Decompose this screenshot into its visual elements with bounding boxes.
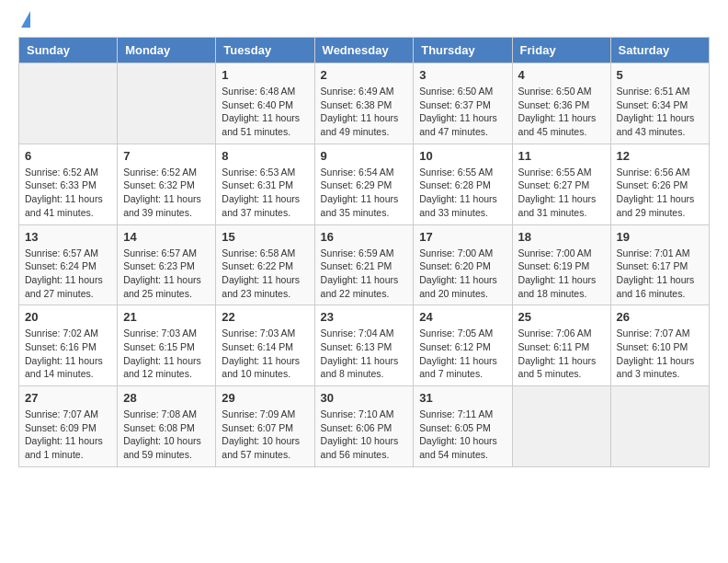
day-number: 13 <box>25 230 111 244</box>
day-info: Sunrise: 7:07 AM Sunset: 6:10 PM Dayligh… <box>617 327 703 381</box>
day-number: 16 <box>321 230 408 244</box>
day-number: 7 <box>123 149 210 163</box>
calendar-cell: 19Sunrise: 7:01 AM Sunset: 6:17 PM Dayli… <box>610 224 709 305</box>
calendar-cell: 27Sunrise: 7:07 AM Sunset: 6:09 PM Dayli… <box>19 386 118 467</box>
calendar-cell: 20Sunrise: 7:02 AM Sunset: 6:16 PM Dayli… <box>19 305 118 386</box>
day-info: Sunrise: 6:55 AM Sunset: 6:28 PM Dayligh… <box>419 166 506 220</box>
day-info: Sunrise: 6:51 AM Sunset: 6:34 PM Dayligh… <box>617 85 703 139</box>
day-info: Sunrise: 6:48 AM Sunset: 6:40 PM Dayligh… <box>222 85 308 139</box>
day-number: 18 <box>518 230 605 244</box>
day-number: 4 <box>518 68 605 82</box>
day-number: 21 <box>123 310 210 324</box>
page-header <box>18 18 710 28</box>
calendar-cell <box>610 386 709 467</box>
day-info: Sunrise: 6:53 AM Sunset: 6:31 PM Dayligh… <box>222 166 308 220</box>
day-info: Sunrise: 6:57 AM Sunset: 6:24 PM Dayligh… <box>25 247 111 301</box>
day-info: Sunrise: 6:54 AM Sunset: 6:29 PM Dayligh… <box>321 166 408 220</box>
day-info: Sunrise: 7:06 AM Sunset: 6:11 PM Dayligh… <box>518 327 605 381</box>
day-number: 1 <box>222 68 308 82</box>
day-number: 22 <box>222 310 308 324</box>
calendar-cell: 7Sunrise: 6:52 AM Sunset: 6:32 PM Daylig… <box>118 144 216 224</box>
day-number: 31 <box>419 391 506 405</box>
calendar-cell: 5Sunrise: 6:51 AM Sunset: 6:34 PM Daylig… <box>610 63 709 144</box>
calendar-cell: 24Sunrise: 7:05 AM Sunset: 6:12 PM Dayli… <box>414 305 512 386</box>
calendar-weekday-wednesday: Wednesday <box>314 38 414 63</box>
calendar-weekday-monday: Monday <box>118 38 216 63</box>
day-number: 17 <box>419 230 506 244</box>
calendar-weekday-saturday: Saturday <box>610 38 709 63</box>
day-number: 14 <box>123 230 210 244</box>
calendar-cell: 14Sunrise: 6:57 AM Sunset: 6:23 PM Dayli… <box>118 224 216 305</box>
day-number: 12 <box>617 149 703 163</box>
day-number: 29 <box>222 391 308 405</box>
day-number: 28 <box>123 391 210 405</box>
calendar-week-row: 13Sunrise: 6:57 AM Sunset: 6:24 PM Dayli… <box>19 224 710 305</box>
day-info: Sunrise: 6:52 AM Sunset: 6:33 PM Dayligh… <box>25 166 111 220</box>
day-info: Sunrise: 7:01 AM Sunset: 6:17 PM Dayligh… <box>617 247 703 301</box>
day-number: 25 <box>518 310 605 324</box>
calendar-weekday-sunday: Sunday <box>19 38 118 63</box>
calendar-week-row: 20Sunrise: 7:02 AM Sunset: 6:16 PM Dayli… <box>19 305 710 386</box>
day-info: Sunrise: 6:50 AM Sunset: 6:37 PM Dayligh… <box>419 85 506 139</box>
day-info: Sunrise: 7:00 AM Sunset: 6:20 PM Dayligh… <box>419 247 506 301</box>
day-info: Sunrise: 6:52 AM Sunset: 6:32 PM Dayligh… <box>123 166 210 220</box>
day-number: 5 <box>617 68 703 82</box>
day-number: 23 <box>321 310 408 324</box>
day-info: Sunrise: 6:57 AM Sunset: 6:23 PM Dayligh… <box>123 247 210 301</box>
day-info: Sunrise: 7:03 AM Sunset: 6:15 PM Dayligh… <box>123 327 210 381</box>
calendar-cell: 11Sunrise: 6:55 AM Sunset: 6:27 PM Dayli… <box>512 144 610 224</box>
calendar-cell: 8Sunrise: 6:53 AM Sunset: 6:31 PM Daylig… <box>216 144 314 224</box>
calendar-cell: 25Sunrise: 7:06 AM Sunset: 6:11 PM Dayli… <box>512 305 610 386</box>
calendar-cell: 4Sunrise: 6:50 AM Sunset: 6:36 PM Daylig… <box>512 63 610 144</box>
calendar-cell: 30Sunrise: 7:10 AM Sunset: 6:06 PM Dayli… <box>314 386 414 467</box>
calendar-weekday-tuesday: Tuesday <box>216 38 314 63</box>
calendar-cell <box>118 63 216 144</box>
day-number: 20 <box>25 310 111 324</box>
calendar-cell: 21Sunrise: 7:03 AM Sunset: 6:15 PM Dayli… <box>118 305 216 386</box>
day-info: Sunrise: 7:03 AM Sunset: 6:14 PM Dayligh… <box>222 327 308 381</box>
day-number: 10 <box>419 149 506 163</box>
calendar-cell: 22Sunrise: 7:03 AM Sunset: 6:14 PM Dayli… <box>216 305 314 386</box>
day-info: Sunrise: 7:08 AM Sunset: 6:08 PM Dayligh… <box>123 408 210 462</box>
day-info: Sunrise: 7:10 AM Sunset: 6:06 PM Dayligh… <box>321 408 408 462</box>
day-number: 30 <box>321 391 408 405</box>
day-number: 24 <box>419 310 506 324</box>
day-info: Sunrise: 7:04 AM Sunset: 6:13 PM Dayligh… <box>321 327 408 381</box>
day-number: 8 <box>222 149 308 163</box>
calendar-cell: 18Sunrise: 7:00 AM Sunset: 6:19 PM Dayli… <box>512 224 610 305</box>
day-info: Sunrise: 7:09 AM Sunset: 6:07 PM Dayligh… <box>222 408 308 462</box>
day-info: Sunrise: 7:02 AM Sunset: 6:16 PM Dayligh… <box>25 327 111 381</box>
logo <box>18 18 30 28</box>
calendar-cell: 12Sunrise: 6:56 AM Sunset: 6:26 PM Dayli… <box>610 144 709 224</box>
calendar-cell <box>19 63 118 144</box>
calendar-cell: 26Sunrise: 7:07 AM Sunset: 6:10 PM Dayli… <box>610 305 709 386</box>
day-number: 9 <box>321 149 408 163</box>
calendar-cell: 16Sunrise: 6:59 AM Sunset: 6:21 PM Dayli… <box>314 224 414 305</box>
day-info: Sunrise: 7:11 AM Sunset: 6:05 PM Dayligh… <box>419 408 506 462</box>
calendar-cell <box>512 386 610 467</box>
day-info: Sunrise: 6:50 AM Sunset: 6:36 PM Dayligh… <box>518 85 605 139</box>
day-number: 2 <box>321 68 408 82</box>
calendar-cell: 15Sunrise: 6:58 AM Sunset: 6:22 PM Dayli… <box>216 224 314 305</box>
calendar-cell: 23Sunrise: 7:04 AM Sunset: 6:13 PM Dayli… <box>314 305 414 386</box>
day-info: Sunrise: 6:49 AM Sunset: 6:38 PM Dayligh… <box>321 85 408 139</box>
calendar-cell: 2Sunrise: 6:49 AM Sunset: 6:38 PM Daylig… <box>314 63 414 144</box>
calendar-week-row: 27Sunrise: 7:07 AM Sunset: 6:09 PM Dayli… <box>19 386 710 467</box>
calendar-header-row: SundayMondayTuesdayWednesdayThursdayFrid… <box>19 38 710 63</box>
calendar-cell: 3Sunrise: 6:50 AM Sunset: 6:37 PM Daylig… <box>414 63 512 144</box>
calendar-cell: 10Sunrise: 6:55 AM Sunset: 6:28 PM Dayli… <box>414 144 512 224</box>
day-number: 15 <box>222 230 308 244</box>
day-number: 11 <box>518 149 605 163</box>
logo-triangle-icon <box>21 11 30 28</box>
day-number: 26 <box>617 310 703 324</box>
calendar-cell: 29Sunrise: 7:09 AM Sunset: 6:07 PM Dayli… <box>216 386 314 467</box>
day-info: Sunrise: 6:58 AM Sunset: 6:22 PM Dayligh… <box>222 247 308 301</box>
day-info: Sunrise: 7:00 AM Sunset: 6:19 PM Dayligh… <box>518 247 605 301</box>
calendar-week-row: 1Sunrise: 6:48 AM Sunset: 6:40 PM Daylig… <box>19 63 710 144</box>
calendar-weekday-friday: Friday <box>512 38 610 63</box>
calendar-cell: 13Sunrise: 6:57 AM Sunset: 6:24 PM Dayli… <box>19 224 118 305</box>
calendar-cell: 9Sunrise: 6:54 AM Sunset: 6:29 PM Daylig… <box>314 144 414 224</box>
calendar-weekday-thursday: Thursday <box>414 38 512 63</box>
day-number: 6 <box>25 149 111 163</box>
day-info: Sunrise: 6:59 AM Sunset: 6:21 PM Dayligh… <box>321 247 408 301</box>
